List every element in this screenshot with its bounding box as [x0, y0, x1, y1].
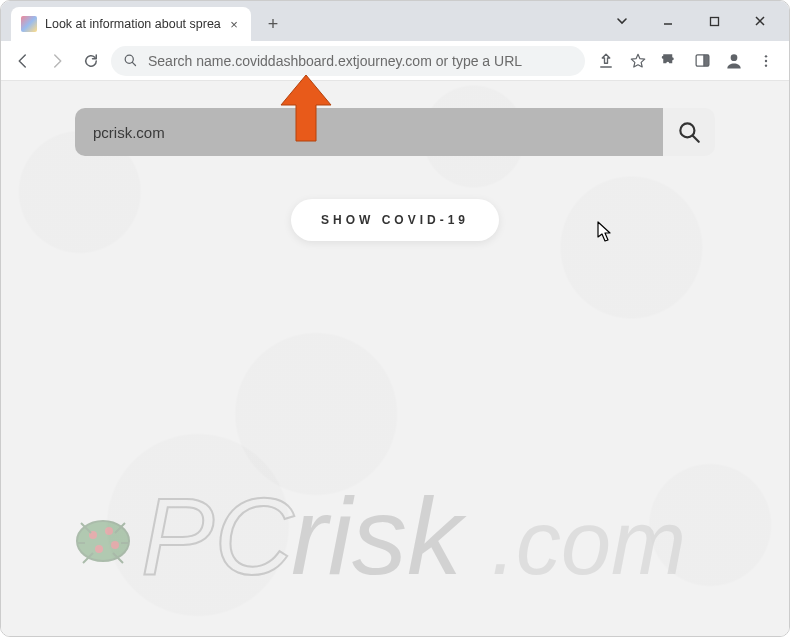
- reload-button[interactable]: [77, 47, 105, 75]
- watermark-risk: risk: [291, 474, 467, 597]
- minimize-button[interactable]: [645, 5, 691, 37]
- window-controls: [599, 1, 783, 41]
- star-icon: [629, 52, 647, 70]
- page-viewport: SHOW COVID-19 PC risk .com: [1, 81, 789, 636]
- chevron-down-icon: [616, 15, 628, 27]
- browser-tab[interactable]: Look at information about spread ×: [11, 7, 251, 41]
- new-tab-button[interactable]: +: [259, 10, 287, 38]
- svg-point-11: [105, 527, 113, 535]
- page-search-input[interactable]: [75, 108, 663, 156]
- show-covid-label: SHOW COVID-19: [321, 213, 469, 227]
- side-panel-button[interactable]: [687, 47, 717, 75]
- svg-rect-0: [710, 17, 718, 25]
- watermark-tld: .com: [491, 493, 686, 593]
- page-search-container: [75, 108, 715, 156]
- share-button[interactable]: [591, 47, 621, 75]
- window-dropdown-button[interactable]: [599, 5, 645, 37]
- watermark-pc: PC: [141, 474, 295, 597]
- close-icon: ×: [230, 17, 238, 32]
- svg-point-4: [731, 54, 738, 61]
- panel-icon: [694, 52, 711, 69]
- plus-icon: +: [268, 14, 279, 35]
- svg-point-12: [111, 541, 119, 549]
- close-window-button[interactable]: [737, 5, 783, 37]
- minimize-icon: [662, 15, 674, 27]
- svg-point-7: [765, 64, 767, 66]
- search-icon: [123, 53, 138, 68]
- tab-title: Look at information about spread: [45, 17, 221, 31]
- back-button[interactable]: [9, 47, 37, 75]
- watermark: PC risk .com: [63, 466, 703, 606]
- tab-strip: Look at information about spread × +: [1, 1, 789, 41]
- bookmark-button[interactable]: [623, 47, 653, 75]
- profile-icon: [724, 51, 744, 71]
- address-bar[interactable]: Search name.coviddashboard.extjourney.co…: [111, 46, 585, 76]
- browser-toolbar: Search name.coviddashboard.extjourney.co…: [1, 41, 789, 81]
- forward-button[interactable]: [43, 47, 71, 75]
- puzzle-icon: [661, 52, 679, 70]
- menu-button[interactable]: [751, 47, 781, 75]
- svg-rect-3: [703, 55, 708, 66]
- arrow-left-icon: [14, 52, 32, 70]
- svg-point-6: [765, 59, 767, 61]
- pcrisk-logo-icon: PC risk .com: [63, 466, 703, 606]
- extensions-button[interactable]: [655, 47, 685, 75]
- favicon-icon: [21, 16, 37, 32]
- maximize-icon: [709, 16, 720, 27]
- svg-point-13: [95, 545, 103, 553]
- arrow-right-icon: [48, 52, 66, 70]
- close-tab-button[interactable]: ×: [227, 17, 241, 31]
- toolbar-right-icons: [591, 47, 781, 75]
- svg-point-5: [765, 55, 767, 57]
- show-covid-button[interactable]: SHOW COVID-19: [291, 199, 499, 241]
- address-bar-text: Search name.coviddashboard.extjourney.co…: [148, 53, 573, 69]
- profile-button[interactable]: [719, 47, 749, 75]
- reload-icon: [82, 52, 100, 70]
- search-icon: [676, 119, 702, 145]
- close-icon: [754, 15, 766, 27]
- page-search-button[interactable]: [663, 108, 715, 156]
- kebab-icon: [758, 53, 774, 69]
- share-icon: [597, 52, 615, 70]
- maximize-button[interactable]: [691, 5, 737, 37]
